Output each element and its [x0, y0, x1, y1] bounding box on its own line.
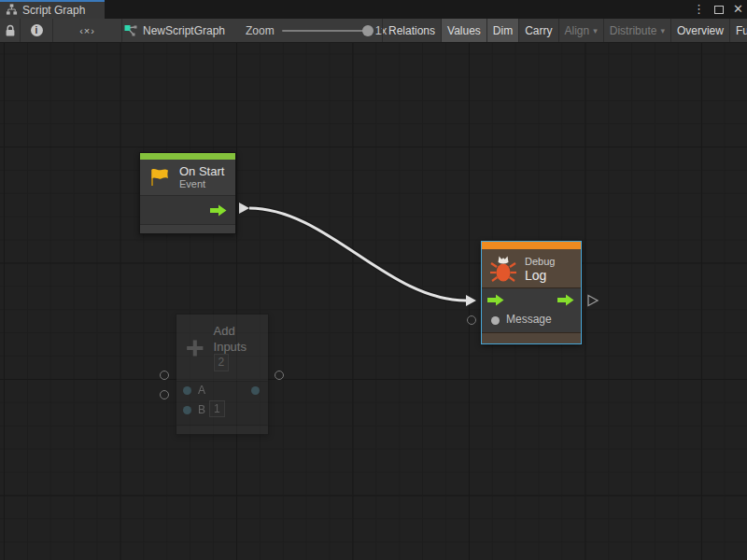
script-graph-asset-icon — [124, 24, 137, 37]
relations-button[interactable]: Relations — [382, 19, 441, 42]
zoom-control: Zoom 1x — [246, 19, 387, 42]
node-footer — [482, 332, 581, 343]
port-b-value-field[interactable]: 1 — [209, 400, 225, 417]
close-icon[interactable]: ✕ — [733, 0, 743, 19]
info-button[interactable]: i — [21, 19, 53, 42]
node-footer — [176, 425, 268, 434]
fullscreen-button[interactable]: Full S — [729, 19, 747, 42]
graph-name: NewScriptGraph — [143, 24, 225, 37]
code-preview-button[interactable]: ‹×› — [53, 19, 122, 42]
tab-bar: Script Graph ⋮ ✕ — [0, 0, 747, 19]
add-b-unconnected-marker[interactable] — [160, 390, 169, 399]
node-title: On Start — [179, 164, 224, 178]
node-category: Debug — [525, 255, 555, 268]
exec-output-port[interactable] — [557, 294, 574, 306]
add-output-unconnected-marker[interactable] — [275, 371, 284, 380]
node-footer — [140, 224, 235, 233]
inputs-count-field[interactable]: 2 — [214, 354, 230, 371]
message-value-port[interactable] — [491, 316, 500, 325]
overview-button[interactable]: Overview — [670, 19, 729, 42]
debug-message-unconnected-marker[interactable] — [467, 315, 476, 325]
toolbar-toggle-group: Relations Values Dim Carry Align ▾ Distr… — [382, 19, 747, 42]
graph-toolbar: i ‹×› NewScriptGraph Zoom 1x Rel — [0, 19, 747, 43]
info-icon: i — [31, 24, 43, 36]
port-b-label: B — [198, 403, 205, 416]
dim-button[interactable]: Dim — [486, 19, 518, 42]
port-b-input[interactable] — [183, 406, 191, 414]
port-a-label: A — [198, 384, 205, 397]
add-a-unconnected-marker[interactable] — [160, 371, 169, 380]
sum-output-port[interactable] — [251, 386, 260, 395]
align-dropdown[interactable]: Align ▾ — [558, 19, 603, 42]
graph-canvas[interactable] — [0, 43, 747, 560]
script-graph-window: Script Graph ⋮ ✕ i ‹×› — [0, 0, 747, 560]
plus-icon — [184, 336, 206, 360]
chevron-down-icon: ▾ — [660, 26, 665, 35]
exec-input-port[interactable] — [487, 294, 504, 306]
zoom-slider[interactable] — [282, 30, 368, 32]
inputs-label: Inputs — [214, 340, 247, 354]
lock-button[interactable] — [0, 19, 21, 42]
distribute-dropdown[interactable]: Distribute ▾ — [603, 19, 670, 42]
values-button[interactable]: Values — [441, 19, 486, 42]
carry-button[interactable]: Carry — [518, 19, 557, 42]
zoom-slider-handle[interactable] — [362, 25, 374, 36]
node-title: Log — [525, 268, 555, 283]
zoom-label: Zoom — [246, 24, 275, 37]
chevron-down-icon: ▾ — [593, 26, 598, 35]
maximize-icon[interactable] — [714, 1, 724, 18]
node-add[interactable]: Add Inputs 2 A B 1 — [176, 314, 269, 435]
graph-breadcrumb[interactable]: NewScriptGraph — [124, 19, 225, 42]
node-subtitle: Event — [179, 178, 224, 190]
port-a-input[interactable] — [183, 386, 191, 395]
node-on-start[interactable]: On Start Event — [139, 152, 236, 234]
window-controls: ⋮ ✕ — [693, 0, 743, 19]
node-title: Add — [214, 324, 261, 338]
node-debug-log[interactable]: Debug Log Message — [481, 241, 582, 344]
tab-title: Script Graph — [22, 3, 85, 17]
code-icon: ‹×› — [79, 25, 95, 36]
menu-icon[interactable]: ⋮ — [693, 0, 705, 19]
graph-hierarchy-icon — [6, 3, 18, 16]
bug-icon — [489, 253, 517, 284]
exec-output-port[interactable] — [210, 204, 227, 217]
active-tab-indicator — [0, 0, 105, 2]
flag-icon — [148, 165, 172, 189]
message-port-label: Message — [506, 313, 552, 326]
lock-icon — [5, 24, 16, 37]
debug-accent-bar — [482, 242, 581, 249]
tab-script-graph[interactable]: Script Graph — [0, 0, 105, 19]
on-start-accent-bar — [140, 153, 235, 160]
